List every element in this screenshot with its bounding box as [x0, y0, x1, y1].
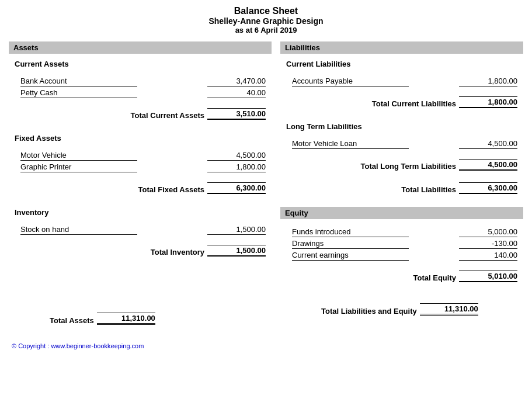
petty-cash-value: 40.00	[207, 88, 266, 98]
total-assets-value: 11,310.00	[97, 313, 155, 325]
graphic-printer-row: Graphic Printer 1,800.00	[9, 162, 272, 172]
assets-header: Assets	[9, 41, 272, 54]
inventory-title: Inventory	[15, 208, 272, 217]
current-earnings-label: Current earnings	[292, 251, 409, 261]
stock-on-hand-value: 1,500.00	[207, 225, 266, 235]
total-current-liabilities-row: Total Current Liabilities 1,800.00	[280, 96, 523, 108]
total-inventory-label: Total Inventory	[151, 248, 207, 257]
accounts-payable-value: 1,800.00	[459, 77, 517, 86]
current-liabilities-title: Current Liabilities	[286, 60, 523, 68]
total-liabilities-value: 6,300.00	[459, 182, 517, 194]
bank-account-row: Bank Account 3,470.00	[9, 77, 272, 86]
motor-vehicle-value: 4,500.00	[207, 151, 266, 161]
funds-introduced-row: Funds introduced 5,000.00	[280, 227, 523, 237]
equity-header: Equity	[280, 207, 523, 219]
total-equity-label: Total Equity	[413, 273, 459, 282]
total-long-term-liabilities-label: Total Long Term Liabilities	[361, 162, 459, 171]
liabilities-equity-column: Liabilities Current Liabilities Accounts…	[277, 41, 523, 331]
graphic-printer-value: 1,800.00	[207, 162, 266, 172]
assets-column: Assets Current Assets Bank Account 3,470…	[9, 41, 277, 331]
long-term-liabilities-title: Long Term Liabilities	[286, 122, 523, 131]
total-liabilities-label: Total Liabilities	[401, 185, 459, 194]
title-block: Balance Sheet Shelley-Anne Graphic Desig…	[9, 6, 523, 34]
accounts-payable-row: Accounts Payable 1,800.00	[280, 77, 523, 86]
total-current-assets-label: Total Current Assets	[131, 111, 207, 120]
funds-introduced-label: Funds introduced	[292, 227, 409, 237]
drawings-label: Drawings	[292, 239, 409, 249]
total-long-term-liabilities-row: Total Long Term Liabilities 4,500.00	[280, 159, 523, 171]
total-equity-row: Total Equity 5,010.00	[280, 271, 523, 282]
total-current-assets-row: Total Current Assets 3,510.00	[9, 108, 272, 120]
current-assets-title: Current Assets	[15, 60, 272, 68]
total-fixed-assets-label: Total Fixed Assets	[138, 185, 207, 194]
motor-vehicle-loan-label: Motor Vehicle Loan	[292, 139, 409, 149]
total-equity-value: 5,010.00	[459, 271, 517, 282]
total-liabilities-row: Total Liabilities 6,300.00	[280, 182, 523, 194]
current-earnings-row: Current earnings 140.00	[280, 251, 523, 261]
total-current-liabilities-label: Total Current Liabilities	[372, 99, 459, 108]
stock-on-hand-row: Stock on hand 1,500.00	[9, 225, 272, 235]
total-assets-row: Total Assets 11,310.00	[9, 313, 272, 325]
title-line2: Shelley-Anne Graphic Design	[9, 16, 523, 26]
copyright: © Copyright : www.beginner-bookkeeping.c…	[9, 342, 523, 349]
funds-introduced-value: 5,000.00	[459, 227, 517, 237]
current-earnings-value: 140.00	[459, 251, 517, 261]
title-line3: as at 6 April 2019	[9, 26, 523, 34]
liabilities-header: Liabilities	[280, 41, 523, 54]
motor-vehicle-row: Motor Vehicle 4,500.00	[9, 151, 272, 161]
motor-vehicle-label: Motor Vehicle	[20, 151, 137, 161]
total-fixed-assets-value: 6,300.00	[207, 182, 266, 194]
motor-vehicle-loan-value: 4,500.00	[459, 139, 517, 149]
bank-account-value: 3,470.00	[207, 77, 266, 86]
total-current-liabilities-value: 1,800.00	[459, 96, 517, 108]
accounts-payable-label: Accounts Payable	[292, 77, 409, 86]
petty-cash-row: Petty Cash 40.00	[9, 88, 272, 98]
main-content: Assets Current Assets Bank Account 3,470…	[9, 41, 523, 331]
stock-on-hand-label: Stock on hand	[20, 225, 137, 235]
petty-cash-label: Petty Cash	[20, 88, 137, 98]
total-liabilities-equity-label: Total Liabilities and Equity	[321, 307, 420, 316]
total-liabilities-equity-value: 11,310.00	[420, 303, 478, 316]
total-fixed-assets-row: Total Fixed Assets 6,300.00	[9, 182, 272, 194]
title-line1: Balance Sheet	[9, 6, 523, 16]
drawings-row: Drawings -130.00	[280, 239, 523, 249]
total-assets-label: Total Assets	[50, 316, 97, 325]
bank-account-label: Bank Account	[20, 77, 137, 86]
graphic-printer-label: Graphic Printer	[20, 162, 137, 172]
total-liabilities-equity-row: Total Liabilities and Equity 11,310.00	[280, 303, 523, 316]
total-current-assets-value: 3,510.00	[207, 108, 266, 120]
drawings-value: -130.00	[459, 239, 517, 249]
total-inventory-value: 1,500.00	[207, 245, 266, 257]
fixed-assets-title: Fixed Assets	[15, 134, 272, 143]
motor-vehicle-loan-row: Motor Vehicle Loan 4,500.00	[280, 139, 523, 149]
page: Balance Sheet Shelley-Anne Graphic Desig…	[0, 0, 532, 355]
total-inventory-row: Total Inventory 1,500.00	[9, 245, 272, 257]
total-long-term-liabilities-value: 4,500.00	[459, 159, 517, 171]
